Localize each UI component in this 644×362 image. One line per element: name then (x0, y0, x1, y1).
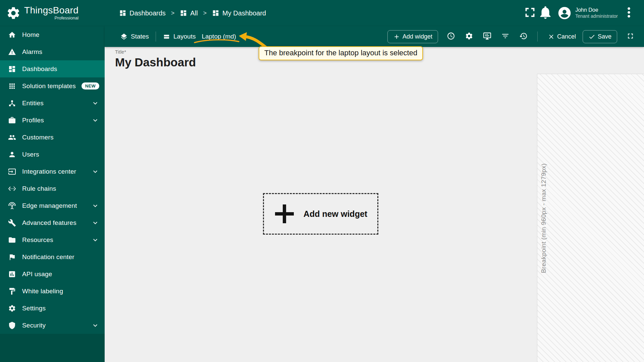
sidebar-item-alarms[interactable]: Alarms (0, 43, 105, 60)
paint-icon (8, 287, 16, 295)
dashboard-title-input[interactable]: My Dashboard (115, 56, 196, 69)
sidebar-item-profiles[interactable]: Profiles (0, 112, 105, 129)
layouts-button[interactable]: Layouts (159, 30, 199, 43)
breadcrumb-label: Dashboards (129, 9, 166, 17)
add-new-widget-button[interactable]: Add new widget (263, 193, 378, 235)
sidebar-item-label: Integrations center (22, 168, 91, 175)
user-name: John Doe (575, 7, 618, 13)
more-options-button[interactable] (621, 5, 637, 21)
breakpoint-selector[interactable]: Laptop (md) (199, 29, 246, 44)
entity-aliases-button[interactable] (480, 29, 495, 44)
sidebar-item-home[interactable]: Home (0, 26, 105, 43)
states-button[interactable]: States (117, 30, 152, 43)
breakpoint-margin-panel: Breakpoint (min 960px - max 1279px) (537, 74, 644, 362)
warning-icon (8, 48, 16, 56)
history-icon (519, 32, 528, 42)
save-label: Save (598, 33, 611, 40)
sidebar-item-edge-management[interactable]: Edge management (0, 197, 105, 214)
sidebar-item-solution-templates[interactable]: Solution templates NEW (0, 77, 105, 95)
annotation-callout: The breakpoint for the laptop layout is … (259, 46, 423, 60)
add-widget-button[interactable]: Add widget (387, 30, 438, 43)
filter-icon (501, 32, 509, 42)
dashboard-settings-button[interactable] (462, 29, 477, 44)
sidebar-item-label: Advanced features (22, 219, 91, 227)
chevron-down-icon (91, 236, 99, 244)
dashboard-toolbar: States Layouts Laptop (md) Add widget (105, 26, 644, 47)
folder-icon (8, 236, 16, 244)
toolbar-fullscreen-button[interactable] (623, 29, 638, 44)
chevron-down-icon (91, 116, 99, 124)
brand-name: ThingsBoard (24, 5, 78, 15)
save-button[interactable]: Save (583, 30, 617, 43)
add-new-widget-label: Add new widget (304, 209, 367, 219)
rule-chains-icon (8, 185, 16, 193)
sidebar-item-label: Edge management (22, 202, 91, 209)
gear-icon (8, 304, 16, 312)
sidebar-item-notification-center[interactable]: Notification center (0, 248, 105, 265)
person-icon (8, 150, 16, 159)
briefcase-icon (8, 116, 16, 124)
cancel-button[interactable]: Cancel (544, 31, 580, 43)
toolbar-divider (156, 32, 156, 42)
sidebar-item-label: Dashboards (22, 65, 99, 73)
dashboard-canvas: Title* My Dashboard Add new widget Break… (105, 47, 644, 362)
brand-block: ThingsBoard Professional (24, 5, 78, 20)
avatar-icon (558, 6, 571, 20)
breadcrumb-label: All (190, 9, 198, 17)
user-avatar[interactable] (558, 6, 571, 20)
breakpoint-value: Laptop (md) (202, 33, 236, 40)
breadcrumb-all[interactable]: All (180, 9, 198, 17)
plus-icon (393, 33, 400, 40)
chevron-down-icon (91, 219, 99, 227)
gear-icon (465, 32, 473, 42)
user-role: Tenant administrator (575, 13, 618, 19)
layers-icon (120, 33, 128, 41)
layouts-label: Layouts (173, 33, 196, 40)
rows-icon (163, 33, 170, 41)
content-area: Dashboards > All > My Dashboard (105, 0, 644, 362)
timewindow-button[interactable] (443, 29, 459, 44)
sidebar-item-api-usage[interactable]: API usage (0, 265, 105, 283)
user-menu[interactable]: John Doe Tenant administrator (575, 7, 618, 19)
toolbar-divider (537, 32, 538, 42)
sidebar-item-users[interactable]: Users (0, 146, 105, 163)
notifications-button[interactable] (538, 5, 553, 21)
breadcrumb-my-dashboard[interactable]: My Dashboard (212, 9, 266, 17)
chevron-down-icon (91, 99, 99, 107)
version-control-button[interactable] (516, 29, 531, 44)
header-actions: John Doe Tenant administrator (522, 5, 637, 21)
top-header: Dashboards > All > My Dashboard (105, 0, 644, 26)
sidebar-item-label: White labeling (22, 288, 99, 295)
chevron-down-icon (91, 202, 99, 210)
brand-logo[interactable]: ThingsBoard Professional (0, 0, 105, 26)
filters-button[interactable] (498, 29, 513, 44)
sidebar-item-integrations-center[interactable]: Integrations center (0, 163, 105, 180)
sidebar-item-dashboards[interactable]: Dashboards (0, 60, 105, 77)
flag-icon (8, 253, 16, 261)
chart-icon (8, 270, 16, 278)
caret-down-icon (237, 32, 246, 41)
sidebar-item-settings[interactable]: Settings (0, 300, 105, 317)
sidebar-item-advanced-features[interactable]: Advanced features (0, 214, 105, 231)
home-icon (8, 31, 16, 39)
sidebar-item-label: Users (22, 151, 99, 158)
sidebar-item-label: API usage (22, 270, 99, 278)
dashboards-icon (180, 9, 187, 17)
fullscreen-button[interactable] (522, 5, 538, 21)
sidebar-item-rule-chains[interactable]: Rule chains (0, 180, 105, 197)
thingsboard-logo-icon (6, 6, 21, 20)
sidebar-item-white-labeling[interactable]: White labeling (0, 283, 105, 300)
sidebar: ThingsBoard Professional Home Alarms Das… (0, 0, 105, 362)
sidebar-item-resources[interactable]: Resources (0, 231, 105, 248)
cancel-label: Cancel (557, 33, 576, 40)
sidebar-item-entities[interactable]: Entities (0, 95, 105, 112)
sidebar-item-label: Alarms (22, 48, 99, 56)
breadcrumb-dashboards[interactable]: Dashboards (119, 9, 166, 17)
sidebar-footer (0, 334, 105, 362)
sidebar-item-customers[interactable]: Customers (0, 129, 105, 146)
sidebar-item-security[interactable]: Security (0, 317, 105, 334)
title-field-label: Title* (115, 49, 196, 55)
clock-icon (447, 32, 455, 42)
sidebar-item-label: Profiles (22, 117, 91, 124)
sidebar-item-label: Entities (22, 100, 91, 107)
